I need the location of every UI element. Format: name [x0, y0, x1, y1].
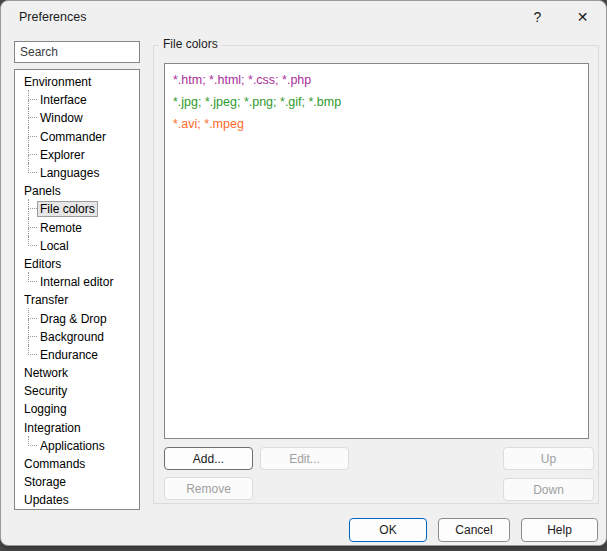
tree-item-logging[interactable]: Logging: [15, 400, 139, 418]
up-button[interactable]: Up: [503, 447, 594, 470]
tree-item-label: Environment: [21, 74, 94, 90]
tree-item-label: Background: [37, 329, 107, 345]
tree-item-security[interactable]: Security: [15, 382, 139, 400]
tree-item-label: File colors: [37, 201, 98, 217]
tree-item-label: Storage: [21, 474, 69, 490]
tree-item-transfer[interactable]: Transfer: [15, 291, 139, 309]
tree-item-label: Endurance: [37, 347, 101, 363]
tree-item-label: Interface: [37, 92, 90, 108]
tree-item-label: Editors: [21, 256, 64, 272]
tree-item-label: Integration: [21, 420, 84, 436]
tree-item-languages[interactable]: Languages: [15, 164, 139, 182]
tree-item-label: Internal editor: [37, 274, 116, 290]
tree-item-remote[interactable]: Remote: [15, 219, 139, 237]
file-colors-list[interactable]: *.htm; *.html; *.css; *.php*.jpg; *.jpeg…: [164, 63, 589, 439]
search-input[interactable]: [14, 41, 140, 63]
tree-item-interface[interactable]: Interface: [15, 91, 139, 109]
tree-item-label: Updates: [21, 492, 72, 508]
file-color-row[interactable]: *.htm; *.html; *.css; *.php: [165, 69, 588, 91]
preferences-tree[interactable]: EnvironmentInterfaceWindowCommanderExplo…: [14, 69, 140, 510]
tree-item-commander[interactable]: Commander: [15, 128, 139, 146]
add-button[interactable]: Add...: [164, 447, 253, 470]
tree-item-label: Panels: [21, 183, 64, 199]
tree-item-label: Commands: [21, 456, 88, 472]
tree-item-endurance[interactable]: Endurance: [15, 346, 139, 364]
tree-item-label: Explorer: [37, 147, 88, 163]
help-button[interactable]: Help: [521, 518, 598, 542]
tree-item-label: Commander: [37, 129, 109, 145]
help-titlebar-button[interactable]: ?: [515, 2, 560, 32]
tree-item-environment[interactable]: Environment: [15, 73, 139, 91]
tree-item-updates[interactable]: Updates: [15, 491, 139, 509]
tree-item-label: Drag & Drop: [37, 311, 110, 327]
file-color-row[interactable]: *.jpg; *.jpeg; *.png; *.gif; *.bmp: [165, 91, 588, 113]
tree-item-commands[interactable]: Commands: [15, 455, 139, 473]
titlebar: Preferences ? ✕: [1, 1, 606, 33]
tree-item-explorer[interactable]: Explorer: [15, 146, 139, 164]
tree-item-integration[interactable]: Integration: [15, 419, 139, 437]
tree-item-label: Window: [37, 110, 86, 126]
tree-item-label: Network: [21, 365, 71, 381]
cancel-button[interactable]: Cancel: [438, 518, 510, 542]
ok-button[interactable]: OK: [349, 518, 427, 542]
tree-item-label: Applications: [37, 438, 108, 454]
tree-item-label: Remote: [37, 220, 85, 236]
close-button[interactable]: ✕: [560, 2, 605, 32]
tree-item-label: Languages: [37, 165, 102, 181]
tree-item-label: Security: [21, 383, 70, 399]
tree-item-panels[interactable]: Panels: [15, 182, 139, 200]
preferences-dialog: Preferences ? ✕ EnvironmentInterfaceWind…: [0, 0, 607, 546]
tree-item-label: Transfer: [21, 292, 71, 308]
tree-item-background[interactable]: Background: [15, 328, 139, 346]
tree-item-editors[interactable]: Editors: [15, 255, 139, 273]
file-color-row[interactable]: *.avi; *.mpeg: [165, 113, 588, 135]
tree-item-internal-editor[interactable]: Internal editor: [15, 273, 139, 291]
tree-item-label: Local: [37, 238, 72, 254]
tree-item-storage[interactable]: Storage: [15, 473, 139, 491]
tree-item-drag-drop[interactable]: Drag & Drop: [15, 309, 139, 327]
down-button[interactable]: Down: [503, 478, 594, 501]
question-mark-icon: ?: [534, 9, 542, 25]
remove-button[interactable]: Remove: [164, 477, 253, 500]
window-title: Preferences: [19, 1, 86, 33]
tree-item-local[interactable]: Local: [15, 237, 139, 255]
close-icon: ✕: [577, 9, 589, 25]
tree-item-file-colors[interactable]: File colors: [15, 200, 139, 218]
groupbox-title: File colors: [159, 37, 222, 51]
edit-button[interactable]: Edit...: [260, 447, 349, 470]
tree-item-applications[interactable]: Applications: [15, 437, 139, 455]
tree-item-network[interactable]: Network: [15, 364, 139, 382]
tree-item-window[interactable]: Window: [15, 109, 139, 127]
tree-item-label: Logging: [21, 401, 70, 417]
